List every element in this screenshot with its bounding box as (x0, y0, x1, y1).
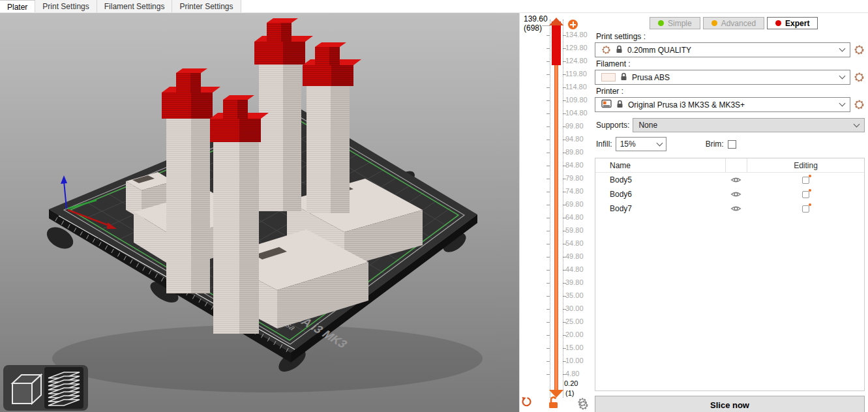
tick-label: 30.00 (565, 304, 584, 312)
tick-mark (546, 270, 550, 271)
filament-gear-icon[interactable] (854, 72, 865, 83)
slice-settings-gear-icon[interactable] (578, 400, 591, 411)
slider-bottom-layer-number: (1) (565, 389, 574, 397)
3d-viewport[interactable]: ORIGINAL PRUSA i3 MK3 by Josef Prusa (0, 13, 519, 412)
tick-mark (563, 335, 566, 336)
supports-label: Supports: (596, 121, 629, 130)
object-list: Name Editing Body5Body6Body7 (595, 158, 865, 391)
infill-select[interactable]: 15% (616, 137, 666, 151)
mode-expert-label: Expert (785, 19, 809, 28)
tick-mark (563, 348, 566, 349)
tick-mark (563, 283, 566, 284)
tick-mark (563, 257, 566, 258)
tick-mark (563, 140, 566, 140)
tick-mark (546, 166, 550, 166)
simple-dot-icon (658, 20, 664, 26)
brim-checkbox[interactable] (728, 140, 736, 149)
tick-label: 84.80 (565, 161, 584, 169)
print-settings-gear-icon[interactable] (854, 44, 865, 55)
tick-mark (563, 100, 566, 101)
table-row[interactable]: Body5 (595, 173, 864, 187)
visibility-eye-icon[interactable] (725, 190, 747, 198)
tick-label: 69.80 (565, 200, 584, 208)
supports-value: None (638, 121, 854, 130)
printer-combo[interactable]: Original Prusa i3 MK3S & MK3S+ (595, 97, 850, 112)
table-row[interactable]: Body7 (595, 201, 864, 216)
prusaslicer-window: PlaterPrint SettingsFilament SettingsPri… (0, 0, 868, 412)
tick-mark (546, 179, 550, 179)
visibility-eye-icon[interactable] (725, 176, 747, 184)
tick-mark (546, 100, 550, 101)
mode-advanced-button[interactable]: Advanced (703, 17, 764, 29)
tick-label: 119.80 (565, 70, 587, 78)
main-tab-bar: PlaterPrint SettingsFilament SettingsPri… (0, 0, 868, 13)
print-settings-label: Print settings : (596, 32, 865, 41)
filament-combo[interactable]: Prusa ABS (595, 70, 850, 85)
3d-editor-view-button[interactable] (5, 367, 44, 409)
tick-mark (546, 48, 550, 49)
tick-mark (546, 335, 550, 336)
undo-icon[interactable] (521, 396, 532, 409)
edit-object-icon[interactable] (747, 205, 864, 213)
object-list-header: Name Editing (595, 158, 864, 173)
tick-label: 74.80 (565, 187, 584, 195)
tick-label: 94.80 (565, 135, 584, 143)
tick-mark (563, 322, 566, 323)
slider-ruler-right (563, 20, 563, 398)
print-preview-scene[interactable]: ORIGINAL PRUSA i3 MK3 by Josef Prusa (0, 13, 519, 412)
print-settings-combo[interactable]: 0.20mm QUALITY (595, 42, 850, 57)
tab-label: Print Settings (42, 2, 89, 11)
chevron-down-icon (839, 100, 846, 107)
object-name: Body5 (595, 175, 725, 184)
tick-label: 49.80 (565, 252, 584, 260)
preview-view-button[interactable] (44, 367, 83, 409)
tab-print-settings[interactable]: Print Settings (35, 0, 97, 12)
tick-mark (563, 113, 566, 114)
table-row[interactable]: Body6 (595, 187, 864, 201)
tick-label: 64.80 (565, 213, 584, 221)
slice-now-button[interactable]: Slice now (595, 396, 865, 412)
tick-mark (563, 87, 566, 88)
add-color-change-button[interactable] (568, 20, 578, 29)
tick-label: 134.80 (565, 31, 588, 38)
mode-simple-label: Simple (668, 19, 692, 28)
tick-mark (563, 153, 566, 153)
lock-range-icon[interactable] (547, 395, 560, 411)
print-profile-icon (601, 45, 611, 55)
slider-top-layer-number: (698) (524, 23, 542, 33)
printer-gear-icon[interactable] (854, 99, 865, 110)
tick-label: 20.00 (565, 331, 584, 338)
tick-mark (546, 74, 550, 75)
tick-mark (546, 87, 550, 88)
tab-filament-settings[interactable]: Filament Settings (97, 0, 173, 12)
object-name: Body6 (595, 190, 725, 199)
slider-selected-range-band[interactable] (552, 22, 561, 65)
tab-plater[interactable]: Plater (0, 0, 35, 12)
tab-printer-settings[interactable]: Printer Settings (172, 0, 241, 12)
tick-mark (546, 61, 550, 62)
object-name: Body7 (595, 204, 725, 213)
supports-select[interactable]: None (633, 118, 865, 132)
tick-mark (546, 296, 550, 297)
tick-label: 4.80 (565, 370, 579, 377)
tick-mark (563, 218, 566, 218)
slider-bottom-height: 0.20 (564, 379, 578, 387)
tick-label: 39.80 (565, 278, 584, 286)
mode-expert-button[interactable]: Expert (767, 17, 818, 29)
visibility-eye-icon[interactable] (725, 205, 747, 213)
tick-mark (546, 231, 550, 231)
tick-mark (546, 244, 550, 244)
tick-mark (546, 374, 550, 375)
mode-simple-button[interactable]: Simple (650, 17, 700, 29)
slider-track[interactable] (554, 65, 558, 390)
tick-mark (546, 348, 550, 349)
edit-object-icon[interactable] (747, 177, 864, 184)
advanced-dot-icon (711, 20, 717, 26)
filament-value: Prusa ABS (632, 73, 835, 82)
chevron-down-icon (839, 73, 846, 80)
tick-mark (563, 179, 566, 179)
tick-label: 114.80 (565, 83, 587, 91)
slider-upper-thumb[interactable] (549, 18, 563, 25)
tick-label: 124.80 (565, 57, 588, 65)
edit-object-icon[interactable] (747, 191, 864, 198)
